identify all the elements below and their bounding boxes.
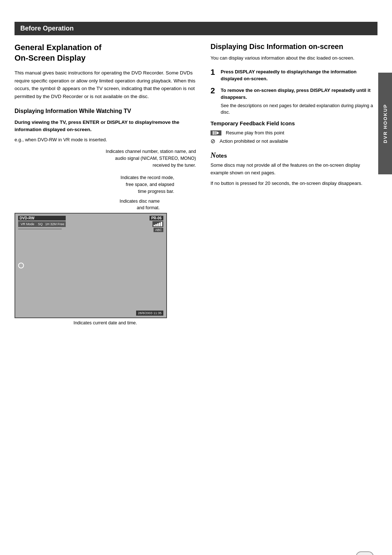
annotations-above: Indicates channel number, station name, … bbox=[15, 148, 196, 211]
tv-screen: DVD-RW VR Mode SQ 1H 32M Free PR-06 bbox=[15, 213, 167, 318]
annotation-2: Indicates the record mode,free space, an… bbox=[15, 174, 196, 195]
tv-mode-tag: VR Mode bbox=[20, 222, 36, 226]
tv-free-space: 1H 32M Free bbox=[45, 222, 65, 226]
right-section-title: Displaying Disc Information on-screen bbox=[211, 42, 377, 51]
step-2-sub: See the descriptions on next pages for d… bbox=[221, 102, 377, 116]
icon-row-2: ⊘ Action prohibited or not available bbox=[211, 138, 377, 145]
step-2-number: 2 bbox=[211, 87, 218, 116]
tv-top-left: DVD-RW VR Mode SQ 1H 32M Free bbox=[18, 216, 66, 230]
tv-sq-tag: SQ bbox=[37, 222, 44, 226]
step-1: 1 Press DISPLAY repeatedly to display/ch… bbox=[211, 68, 377, 82]
main-content: General Explanation of On-Screen Display… bbox=[0, 42, 392, 325]
subsection-title: Displaying Information While Watching TV bbox=[15, 108, 196, 114]
corner-tab bbox=[356, 551, 374, 555]
notes-text-2: If no button is pressed for 20 seconds, … bbox=[211, 180, 377, 187]
tv-top-right: PR-06 ABC bbox=[150, 216, 163, 232]
left-column: General Explanation of On-Screen Display… bbox=[15, 42, 196, 325]
header-title: Before Operation bbox=[20, 25, 74, 32]
annotation-1: Indicates channel number, station name, … bbox=[15, 148, 196, 169]
resume-icon bbox=[211, 130, 221, 135]
side-tab-label: DVR HOOKUP bbox=[383, 104, 388, 143]
tv-abc-label: ABC bbox=[154, 228, 163, 232]
temp-feedback-title: Temporary Feedback Field Icons bbox=[211, 120, 377, 126]
side-tab: DVR HOOKUP bbox=[378, 73, 392, 174]
main-section-title: General Explanation of On-Screen Display bbox=[15, 42, 196, 63]
tv-diagram-area: Indicates channel number, station name, … bbox=[15, 148, 196, 325]
notes-text-1: Some discs may not provide all of the fe… bbox=[211, 162, 377, 177]
step-1-number: 1 bbox=[211, 68, 218, 82]
step-2: 2 To remove the on-screen display, press… bbox=[211, 87, 377, 116]
annotation-3: Indicates disc nameand format. bbox=[15, 198, 196, 212]
right-column: Displaying Disc Information on-screen Yo… bbox=[211, 42, 377, 325]
icon-row-1: Resume play from this point bbox=[211, 130, 377, 135]
intro-text: This manual gives basic instructions for… bbox=[15, 69, 196, 100]
tv-bottom: 28/8/2003 11:35 bbox=[136, 309, 163, 315]
tv-datetime: 28/8/2003 11:35 bbox=[136, 311, 163, 316]
prohibited-label: Action prohibited or not available bbox=[220, 138, 288, 144]
bold-instruction: During viewing the TV, press ENTER or DI… bbox=[15, 119, 196, 134]
bottom-label: Indicates current date and time. bbox=[15, 320, 196, 325]
tv-progress-line bbox=[18, 228, 62, 230]
tv-screen-overlay: DVD-RW VR Mode SQ 1H 32M Free PR-06 bbox=[15, 214, 166, 234]
right-intro: You can display various information abou… bbox=[211, 54, 377, 62]
step-1-text: Press DISPLAY repeatedly to display/chan… bbox=[221, 68, 377, 82]
tv-dvd-label: DVD-RW bbox=[18, 216, 66, 220]
page: DVR HOOKUP Before Operation General Expl… bbox=[0, 22, 392, 555]
tv-signal-bars bbox=[152, 221, 163, 227]
resume-label: Resume play from this point bbox=[226, 130, 284, 135]
tv-circle-icon bbox=[18, 263, 24, 268]
step-2-text: To remove the on-screen display, press D… bbox=[221, 87, 377, 101]
example-text: e.g., when DVD-RW in VR mode is inserted… bbox=[15, 137, 196, 142]
no-symbol-icon: ⊘ bbox=[211, 138, 215, 145]
notes-n-letter: N bbox=[211, 151, 216, 159]
tv-pr-label: PR-06 bbox=[150, 216, 163, 220]
notes-otes-text: otes bbox=[216, 153, 227, 159]
header-bar: Before Operation bbox=[15, 22, 377, 35]
tv-mode-bar: VR Mode SQ 1H 32M Free bbox=[18, 221, 66, 227]
notes-box: N otes Some discs may not provide all of… bbox=[211, 151, 377, 187]
notes-title: N otes bbox=[211, 151, 377, 159]
